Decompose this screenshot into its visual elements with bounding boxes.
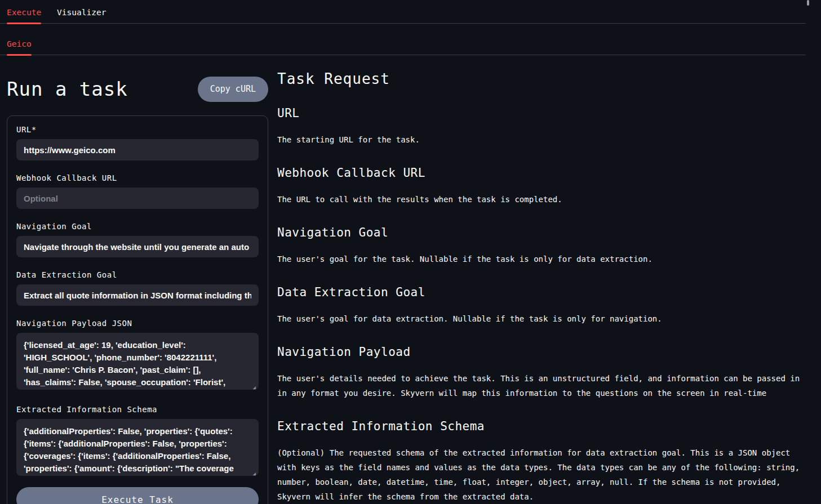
doc-heading: Webhook Callback URL [277, 166, 806, 180]
navigation-payload-wrap: {'licensed_at_age': 19, 'education_level… [16, 333, 259, 392]
task-form-column: Run a task Copy cURL URL* Webhook Callba… [7, 55, 268, 504]
field-navigation-payload: Navigation Payload JSON {'licensed_at_ag… [16, 319, 259, 392]
field-navigation-goal: Navigation Goal [16, 222, 259, 257]
task-form-card: URL* Webhook Callback URL Navigation Goa… [7, 115, 268, 504]
navigation-payload-textarea[interactable]: {'licensed_at_age': 19, 'education_level… [16, 333, 259, 390]
doc-heading: Data Extraction Goal [277, 286, 806, 299]
sub-tabbar: Geico [0, 24, 806, 55]
extracted-schema-wrap: {'additionalProperties': False, 'propert… [16, 419, 259, 478]
doc-heading: Extracted Information Schema [277, 420, 806, 433]
doc-body: The user's goal for the task. Nullable i… [277, 252, 806, 266]
tab-geico[interactable]: Geico [7, 39, 32, 55]
doc-body: The URL to call with the results when th… [277, 192, 806, 207]
execute-task-button[interactable]: Execute Task [16, 487, 259, 504]
doc-body: The user's goal for data extraction. Nul… [277, 311, 806, 326]
navigation-goal-input[interactable] [16, 236, 259, 257]
main-tabbar: Execute Visualizer [0, 0, 806, 24]
extracted-schema-textarea[interactable]: {'additionalProperties': False, 'propert… [16, 419, 259, 476]
navigation-goal-label: Navigation Goal [16, 222, 259, 231]
data-extraction-goal-input[interactable] [16, 284, 259, 306]
doc-heading: Navigation Goal [277, 226, 806, 239]
navigation-payload-label: Navigation Payload JSON [16, 319, 259, 328]
tab-execute[interactable]: Execute [7, 8, 41, 23]
data-extraction-goal-label: Data Extraction Goal [16, 270, 259, 279]
doc-section-navigation-payload: Navigation Payload The user's details ne… [277, 345, 806, 400]
doc-section-webhook: Webhook Callback URL The URL to call wit… [277, 166, 806, 207]
url-label: URL* [16, 125, 259, 134]
field-webhook: Webhook Callback URL [16, 173, 259, 209]
extracted-schema-label: Extracted Information Schema [16, 405, 259, 414]
docs-column: Task Request URL The starting URL for th… [277, 70, 806, 504]
copy-curl-button[interactable]: Copy cURL [198, 77, 268, 102]
page-title: Run a task [7, 78, 128, 100]
doc-section-navigation-goal: Navigation Goal The user's goal for the … [277, 226, 806, 266]
doc-body: The starting URL for the task. [277, 132, 806, 147]
doc-section-url: URL The starting URL for the task. [277, 106, 806, 147]
resize-handle-icon[interactable]: ◢ [253, 385, 256, 390]
webhook-input[interactable] [16, 188, 259, 209]
field-data-extraction-goal: Data Extraction Goal [16, 270, 259, 306]
webhook-label: Webhook Callback URL [16, 173, 259, 182]
form-header: Run a task Copy cURL [7, 72, 268, 106]
main-content: Run a task Copy cURL URL* Webhook Callba… [0, 55, 821, 504]
scrollbar[interactable] [807, 0, 809, 6]
docs-title: Task Request [277, 70, 806, 87]
tab-visualizer[interactable]: Visualizer [57, 8, 106, 23]
doc-heading: URL [277, 106, 806, 120]
doc-section-data-extraction-goal: Data Extraction Goal The user's goal for… [277, 286, 806, 326]
doc-section-extracted-schema: Extracted Information Schema (Optional) … [277, 420, 806, 504]
url-input[interactable] [16, 139, 259, 160]
doc-heading: Navigation Payload [277, 345, 806, 359]
field-extracted-schema: Extracted Information Schema {'additiona… [16, 405, 259, 478]
doc-body: The user's details needed to achieve the… [277, 371, 806, 400]
field-url: URL* [16, 125, 259, 160]
doc-body: (Optional) The requested schema of the e… [277, 445, 806, 504]
resize-handle-icon[interactable]: ◢ [253, 471, 256, 476]
